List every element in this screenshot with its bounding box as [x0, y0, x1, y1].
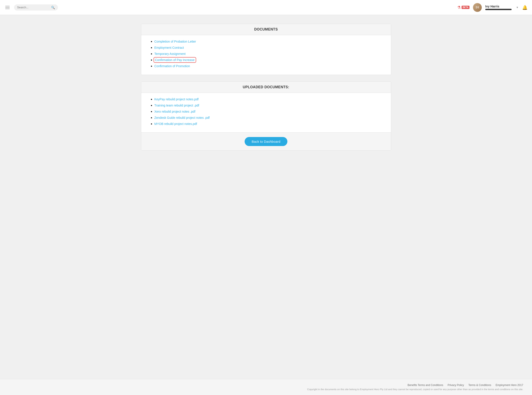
footer-link-benefits[interactable]: Benefits Terms and Conditions — [408, 384, 443, 387]
documents-list: Completion of Probation Letter Employmen… — [150, 39, 382, 68]
list-item: Xero rebuild project notes .pdf — [155, 110, 382, 114]
list-item: Confirmation of Promotion — [155, 64, 382, 68]
list-item: KeyPay rebuild project notes.pdf — [155, 97, 382, 101]
doc-link-employment[interactable]: Employment Contract — [155, 46, 184, 49]
beta-badge: BETA — [462, 6, 469, 9]
flask-icon: ⚗ — [457, 5, 461, 10]
list-item: Zendesk Guide rebuild project notes .pdf — [155, 116, 382, 120]
uploaded-card-header: UPLOADED DOCUMENTS: — [141, 82, 391, 93]
uploaded-card-body: KeyPay rebuild project notes.pdf Trainin… — [141, 93, 391, 132]
avatar: IH — [473, 3, 482, 12]
uploaded-link-keypay[interactable]: KeyPay rebuild project notes.pdf — [155, 98, 199, 101]
doc-link-probation[interactable]: Completion of Probation Letter — [155, 40, 196, 43]
doc-link-temporary[interactable]: Temporary Assignment — [155, 52, 186, 55]
doc-link-pay-increase[interactable]: Confirmation of Pay Increase — [155, 58, 195, 62]
list-item: Completion of Probation Letter — [155, 39, 382, 44]
uploaded-link-training[interactable]: Training team rebuild project .pdf — [155, 104, 199, 107]
hamburger-menu[interactable] — [4, 5, 11, 10]
list-item: MYOB rebuild project notes.pdf — [155, 122, 382, 126]
footer-link-terms[interactable]: Terms & Conditions — [468, 384, 491, 387]
navbar-right: ⚗ BETA IH Ivy Harris ▼ 🔔 — [457, 3, 528, 12]
footer-link-privacy[interactable]: Privacy Policy — [447, 384, 464, 387]
uploaded-link-zendesk[interactable]: Zendesk Guide rebuild project notes .pdf — [155, 116, 210, 120]
user-name: Ivy Harris — [485, 5, 512, 8]
documents-title: DOCUMENTS — [254, 27, 278, 31]
uploaded-link-myob[interactable]: MYOB rebuild project notes.pdf — [155, 122, 197, 126]
list-item: Confirmation of Pay Increase — [155, 58, 382, 62]
avatar-initials: IH — [476, 5, 479, 9]
search-container: 🔍 — [14, 4, 58, 11]
documents-card-body: Completion of Probation Letter Employmen… — [141, 35, 391, 75]
list-item: Training team rebuild project .pdf — [155, 104, 382, 107]
footer-copyright: Copyright in the documents on this site … — [9, 388, 523, 391]
user-dropdown-icon[interactable]: ▼ — [516, 6, 519, 9]
card-footer: Back to Dashboard — [141, 132, 391, 150]
navbar: 🔍 ⚗ BETA IH Ivy Harris ▼ 🔔 — [0, 0, 532, 15]
list-item: Temporary Assignment — [155, 52, 382, 56]
documents-card: DOCUMENTS Completion of Probation Letter… — [141, 24, 391, 75]
back-to-dashboard-button[interactable]: Back to Dashboard — [245, 137, 287, 146]
footer-links: Benefits Terms and Conditions Privacy Po… — [9, 384, 523, 387]
uploaded-title: UPLOADED DOCUMENTS: — [243, 85, 289, 89]
main-content: DOCUMENTS Completion of Probation Letter… — [124, 15, 409, 379]
search-input[interactable] — [17, 6, 49, 9]
beta-container: ⚗ BETA — [457, 5, 469, 10]
uploaded-documents-card: UPLOADED DOCUMENTS: KeyPay rebuild proje… — [141, 82, 391, 151]
site-footer: Benefits Terms and Conditions Privacy Po… — [0, 379, 532, 395]
list-item: Employment Contract — [155, 46, 382, 50]
user-subtitle-bar — [485, 9, 512, 10]
notification-icon[interactable]: 🔔 — [522, 5, 528, 10]
documents-card-header: DOCUMENTS — [141, 24, 391, 35]
search-icon: 🔍 — [51, 6, 55, 9]
uploaded-list: KeyPay rebuild project notes.pdf Trainin… — [150, 97, 382, 126]
footer-link-employment-hero[interactable]: Employment Hero 2017 — [496, 384, 523, 387]
uploaded-link-xero[interactable]: Xero rebuild project notes .pdf — [155, 110, 195, 113]
user-info: Ivy Harris — [485, 5, 512, 10]
doc-link-promotion[interactable]: Confirmation of Promotion — [155, 64, 190, 68]
